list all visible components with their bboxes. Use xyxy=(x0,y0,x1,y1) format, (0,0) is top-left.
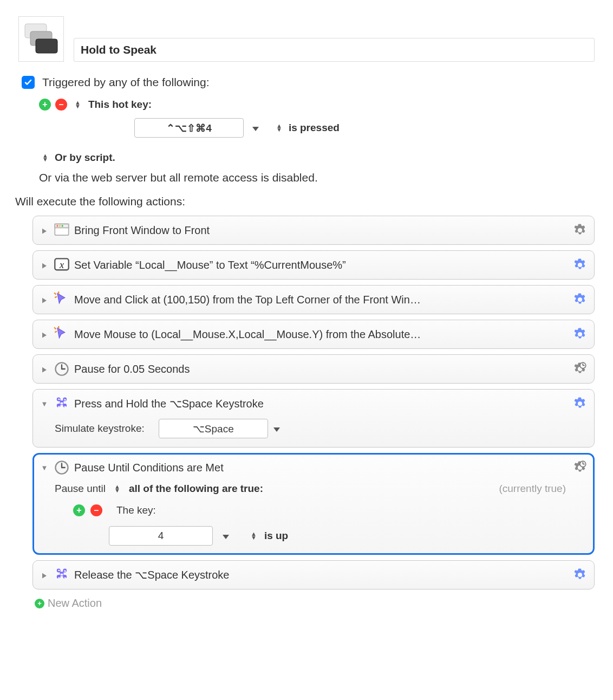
action-title: Bring Front Window to Front xyxy=(74,224,568,237)
condition-status: (currently true) xyxy=(499,483,566,495)
action-set-variable[interactable]: Set Variable “Local__Mouse” to Text “%Cu… xyxy=(32,250,595,280)
keystroke-value: ⌥Space xyxy=(193,423,234,435)
action-release-keystroke[interactable]: Release the ⌥Space Keystroke xyxy=(32,560,595,589)
command-icon xyxy=(54,396,70,412)
trigger-hotkey-label: This hot key: xyxy=(88,99,152,111)
window-icon xyxy=(54,222,70,238)
condition-key-dropdown[interactable] xyxy=(223,530,229,542)
trigger-enabled-checkbox[interactable] xyxy=(22,76,35,89)
action-list: Bring Front Window to Front Set Variable… xyxy=(32,216,595,589)
action-move-mouse[interactable]: Move Mouse to (Local__Mouse.X,Local__Mou… xyxy=(32,320,595,349)
click-cursor-icon xyxy=(54,326,70,342)
or-script-label: Or by script. xyxy=(55,152,115,164)
or-web-label: Or via the web server but all remote acc… xyxy=(39,171,318,184)
disclosure-icon[interactable] xyxy=(40,365,49,373)
actions-section-label: Will execute the following actions: xyxy=(15,195,595,208)
action-title: Release the ⌥Space Keystroke xyxy=(74,568,568,581)
macro-icon[interactable] xyxy=(18,16,64,62)
hotkey-state-stepper[interactable] xyxy=(276,124,282,132)
gear-clock-icon[interactable] xyxy=(572,361,588,377)
gear-icon[interactable] xyxy=(572,567,588,582)
gear-clock-icon[interactable] xyxy=(572,460,588,475)
action-move-click[interactable]: Move and Click at (100,150) from the Top… xyxy=(32,285,595,314)
match-type-stepper[interactable] xyxy=(114,485,120,492)
pause-until-label: Pause until xyxy=(55,483,106,495)
remove-trigger-button[interactable]: – xyxy=(55,99,67,111)
gear-icon[interactable] xyxy=(572,327,588,342)
action-pause[interactable]: Pause for 0.05 Seconds xyxy=(32,354,595,384)
condition-state: is up xyxy=(264,530,288,542)
hotkey-value: ⌃⌥⇧⌘4 xyxy=(166,122,212,134)
svg-rect-19 xyxy=(36,39,57,53)
action-press-hold-keystroke[interactable]: Press and Hold the ⌥Space Keystroke Simu… xyxy=(32,389,595,448)
disclosure-icon[interactable] xyxy=(40,330,49,339)
action-title: Set Variable “Local__Mouse” to Text “%Cu… xyxy=(74,259,568,271)
disclosure-icon[interactable] xyxy=(40,226,49,235)
condition-state-stepper[interactable] xyxy=(251,532,257,540)
trigger-type-stepper[interactable] xyxy=(75,101,81,108)
disclosure-icon[interactable] xyxy=(40,464,49,472)
hotkey-dropdown[interactable] xyxy=(252,122,259,134)
gear-icon[interactable] xyxy=(572,223,588,238)
keystroke-field[interactable]: ⌥Space xyxy=(159,419,268,438)
clock-icon xyxy=(54,361,70,377)
condition-key-field[interactable]: 4 xyxy=(109,526,213,546)
macro-name-field[interactable]: Hold to Speak xyxy=(74,38,595,62)
action-title: Press and Hold the ⌥Space Keystroke xyxy=(74,397,568,410)
keystroke-dropdown[interactable] xyxy=(273,423,280,435)
action-title: Pause Until Conditions are Met xyxy=(74,462,568,474)
command-icon xyxy=(54,567,70,583)
action-title: Move and Click at (100,150) from the Top… xyxy=(74,294,568,306)
or-by-type-stepper[interactable] xyxy=(42,154,48,161)
hotkey-state: is pressed xyxy=(289,122,340,134)
new-action-button[interactable]: + New Action xyxy=(35,597,595,610)
new-action-label: New Action xyxy=(48,597,102,610)
disclosure-icon[interactable] xyxy=(40,261,49,269)
gear-icon[interactable] xyxy=(572,292,588,307)
disclosure-icon[interactable] xyxy=(40,571,49,579)
simulate-keystroke-label: Simulate keystroke: xyxy=(55,423,145,435)
action-bring-front-window[interactable]: Bring Front Window to Front xyxy=(32,216,595,245)
disclosure-icon[interactable] xyxy=(40,296,49,304)
add-trigger-button[interactable]: + xyxy=(39,99,51,111)
plus-icon: + xyxy=(35,599,44,608)
macro-name-text: Hold to Speak xyxy=(81,43,156,56)
condition-key-value: 4 xyxy=(158,530,164,542)
action-title: Move Mouse to (Local__Mouse.X,Local__Mou… xyxy=(74,328,568,341)
trigger-label: Triggered by any of the following: xyxy=(42,76,210,89)
condition-key-label: The key: xyxy=(116,504,156,516)
gear-icon[interactable] xyxy=(572,257,588,273)
variable-icon xyxy=(54,257,70,273)
action-pause-until[interactable]: Pause Until Conditions are Met Pause unt… xyxy=(32,453,595,555)
disclosure-icon[interactable] xyxy=(40,400,49,408)
remove-condition-button[interactable]: – xyxy=(90,504,102,516)
click-cursor-icon xyxy=(54,291,70,308)
match-label: all of the following are true: xyxy=(129,483,263,495)
action-title: Pause for 0.05 Seconds xyxy=(74,363,568,375)
add-condition-button[interactable]: + xyxy=(73,504,85,516)
clock-icon xyxy=(54,459,70,476)
gear-icon[interactable] xyxy=(572,396,588,411)
hotkey-field[interactable]: ⌃⌥⇧⌘4 xyxy=(134,118,244,138)
